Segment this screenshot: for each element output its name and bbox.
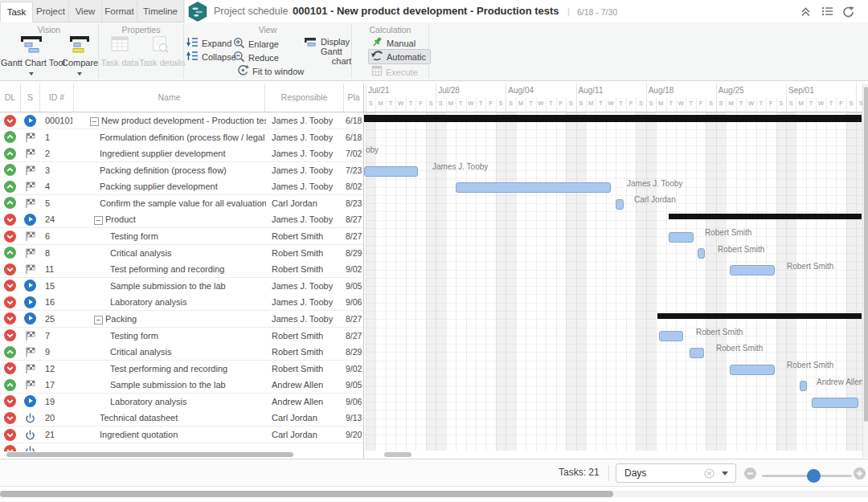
summary-bar[interactable] xyxy=(669,214,862,219)
reduce-button[interactable]: Reduce xyxy=(233,51,279,63)
table-row[interactable]: 8Critical analysisRobert Smith8/29 xyxy=(0,245,364,262)
table-horizontal-scrollbar[interactable] xyxy=(6,452,293,457)
list-icon[interactable] xyxy=(821,6,834,18)
column-header-responsible[interactable]: Responsible xyxy=(265,84,344,112)
task-name: Laboratory analysis xyxy=(74,297,186,307)
day-letter: S xyxy=(646,100,656,107)
day-letter: S xyxy=(436,100,445,107)
day-letter: S xyxy=(496,100,506,107)
task-id: 4 xyxy=(45,178,72,194)
compare-button[interactable]: Compare xyxy=(62,34,97,79)
column-header-s[interactable]: S xyxy=(21,84,40,112)
table-row[interactable] xyxy=(0,443,364,451)
ribbon: Vision Gantt Chart Tool Compare Properti… xyxy=(0,22,868,81)
fit-to-window-icon xyxy=(237,64,249,80)
week-gridline xyxy=(506,84,506,112)
caret-down-icon[interactable] xyxy=(722,471,728,475)
tab-format[interactable]: Format xyxy=(102,2,137,22)
task-bar[interactable] xyxy=(812,398,858,408)
expand-button[interactable]: Expand xyxy=(186,37,231,49)
app-logo xyxy=(187,2,208,22)
time-scale-select[interactable]: Days xyxy=(616,463,736,483)
zoom-out-button[interactable] xyxy=(744,467,756,480)
page-horizontal-scrollbar[interactable] xyxy=(0,491,613,497)
task-bar[interactable] xyxy=(669,232,694,243)
deadline-ahead-icon xyxy=(4,346,16,358)
table-row[interactable]: 15Sample submission to the labJames J. T… xyxy=(0,278,364,295)
tab-task[interactable]: Task xyxy=(0,2,33,22)
table-row[interactable]: 1Formulation definition (process flow / … xyxy=(0,129,364,146)
task-bar[interactable] xyxy=(730,365,775,375)
breadcrumb-parent[interactable]: Project schedule xyxy=(214,6,288,17)
column-header-dl[interactable]: DL xyxy=(0,84,21,112)
task-responsible: Robert Smith xyxy=(272,361,344,377)
collapse-button[interactable]: Collapse xyxy=(186,51,236,63)
table-row[interactable]: 19Laboratory analysisAndrew Allen9/06 xyxy=(0,394,364,410)
table-row[interactable]: 16Laboratory analysisJames J. Tooby9/06 xyxy=(0,294,364,311)
deadline-ahead-icon xyxy=(4,164,16,176)
task-id: 8 xyxy=(45,245,72,261)
day-letter: T xyxy=(616,100,625,107)
table-row[interactable]: 4Packing supplier developmentJames J. To… xyxy=(0,178,364,195)
task-bar[interactable] xyxy=(616,199,624,210)
zoom-in-button[interactable] xyxy=(854,467,866,480)
execute-button: Execute xyxy=(371,65,418,77)
refresh-icon[interactable] xyxy=(842,6,855,18)
task-bar[interactable] xyxy=(730,265,775,275)
table-row[interactable]: 9Critical analysisRobert Smith8/29 xyxy=(0,344,364,361)
task-bar[interactable] xyxy=(659,331,683,341)
zoom-slider-knob[interactable] xyxy=(807,469,821,483)
table-row[interactable]: 12Test performing and recordingRobert Sm… xyxy=(0,361,364,378)
summary-bar[interactable] xyxy=(364,115,862,122)
summary-bar[interactable] xyxy=(657,313,862,319)
column-header-name[interactable]: Name xyxy=(74,84,265,112)
task-name: Critical analysis xyxy=(74,347,171,357)
task-bar[interactable] xyxy=(456,182,611,193)
tab-view[interactable]: View xyxy=(69,2,102,22)
collapse-ribbon-icon[interactable] xyxy=(800,6,813,18)
table-row[interactable]: 25−PackingJames J. Tooby8/27 xyxy=(0,311,364,328)
collapse-node-icon[interactable]: − xyxy=(90,117,99,126)
table-row[interactable]: 000101−New product development - Product… xyxy=(0,112,364,129)
gantt-chart-tool-button[interactable]: Gantt Chart Tool xyxy=(1,34,62,79)
task-name: Product xyxy=(105,214,136,224)
table-row[interactable]: 5Confirm the sample value for all evalua… xyxy=(0,195,364,212)
collapse-node-icon[interactable]: − xyxy=(94,316,103,324)
task-bar[interactable] xyxy=(698,248,705,259)
tab-project[interactable]: Project xyxy=(33,2,69,22)
status-finished-flag-icon xyxy=(24,346,36,360)
enlarge-button[interactable]: Enlarge xyxy=(233,37,279,49)
table-row[interactable]: 17Sample submission to the labAndrew All… xyxy=(0,377,364,394)
tab-timeline[interactable]: Timeline xyxy=(137,2,184,22)
deadline-behind-icon xyxy=(4,429,16,441)
automatic-calculation-button[interactable]: Automatic xyxy=(368,49,431,64)
task-bar[interactable] xyxy=(690,348,704,358)
status-finished-flag-icon xyxy=(24,165,36,178)
table-row[interactable]: 20Technical datasheetCarl Jordan9/13 xyxy=(0,410,364,426)
task-planned-date: 9/02 xyxy=(346,361,364,377)
day-letter: T xyxy=(826,100,836,107)
fit-to-window-button[interactable]: Fit to window xyxy=(237,64,304,76)
clear-icon[interactable] xyxy=(704,468,714,480)
gantt-vertical-scrollbar[interactable] xyxy=(864,87,868,422)
table-row[interactable]: 7Testing formRobert Smith8/27 xyxy=(0,328,364,345)
table-row[interactable]: 3Packing definition (process flow)James … xyxy=(0,162,364,179)
task-bar[interactable] xyxy=(364,166,418,177)
task-responsible: Carl Jordan xyxy=(272,410,344,426)
table-row[interactable]: 2Ingredient supplier developmentJames J.… xyxy=(0,145,364,162)
task-planned-date: 9/02 xyxy=(346,261,364,277)
task-name-cell: Ingredient supplier development xyxy=(74,145,266,161)
manual-calculation-button[interactable]: Manual xyxy=(371,36,416,48)
task-bar[interactable] xyxy=(800,381,807,391)
task-planned-date: 7/23 xyxy=(346,162,364,178)
table-row[interactable]: 21Ingredient quotationCarl Jordan9/20 xyxy=(0,426,364,443)
table-row[interactable]: 11Test peforming and recordingRobert Smi… xyxy=(0,261,364,278)
table-row[interactable]: 24−ProductJames J. Tooby8/27 xyxy=(0,211,364,228)
table-row[interactable]: 6Testing formRobert Smith8/27 xyxy=(0,228,364,245)
collapse-node-icon[interactable]: − xyxy=(94,216,103,225)
column-header-id#[interactable]: ID # xyxy=(40,84,74,112)
table-header: DLSID #NameResponsiblePla xyxy=(0,84,364,112)
column-header-pla[interactable]: Pla xyxy=(344,84,364,112)
task-id: 21 xyxy=(45,426,72,443)
gantt-horizontal-scrollbar[interactable] xyxy=(384,452,411,457)
